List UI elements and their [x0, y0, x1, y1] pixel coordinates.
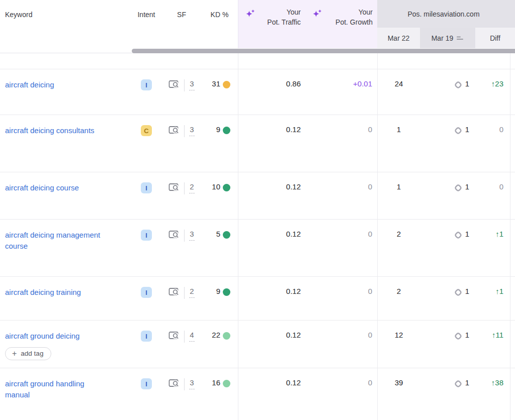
pot-traffic-value: 0.12	[286, 287, 301, 295]
sf-count[interactable]: 3	[189, 125, 194, 136]
column-header-sf[interactable]: SF	[162, 0, 201, 48]
pos-mar22-cell: 2	[377, 220, 420, 276]
pot-traffic-value: 0.86	[286, 79, 301, 88]
add-tag-button[interactable]: + add tag	[5, 347, 51, 360]
pos-mar19-value: 1	[465, 79, 469, 115]
keyword-link[interactable]: aircraft ground deicing	[5, 331, 79, 342]
table-row: aircraft deicing course I 2 10	[0, 172, 515, 220]
keyword-link[interactable]: aircraft deicing management course	[5, 230, 105, 252]
table-row: aircraft ground deicing + add tag I	[0, 321, 515, 368]
kd-value: 31	[212, 79, 220, 115]
column-header-pot-traffic[interactable]: Your Pot. Traffic	[238, 0, 308, 48]
intent-badge: I	[141, 182, 152, 193]
keyword-cell: aircraft deicing management course	[0, 220, 131, 276]
local-pack-feature-icon	[453, 287, 463, 320]
pos-mar22-cell: 12	[377, 321, 420, 368]
local-pack-feature-icon	[453, 80, 463, 115]
local-pack-feature-icon	[453, 379, 463, 420]
pos-mar19-value: 1	[465, 287, 469, 320]
add-tag-label: add tag	[21, 350, 43, 357]
divider	[184, 230, 185, 242]
pos-mar22-cell: 24	[377, 69, 420, 115]
kd-cell: 31	[201, 69, 238, 115]
kd-cell: 10	[201, 172, 238, 219]
serp-features-cell[interactable]: 3	[162, 69, 201, 115]
pot-traffic-cell: 0.12	[238, 277, 308, 320]
kd-cell: 22	[201, 321, 238, 368]
serp-features-cell[interactable]: 3	[162, 115, 201, 172]
pos-mar19-value: 1	[465, 182, 469, 219]
divider	[184, 331, 185, 343]
intent-cell: I	[131, 220, 162, 276]
column-header-keyword[interactable]: Keyword	[0, 0, 131, 48]
sf-count[interactable]: 4	[189, 331, 194, 342]
column-header-intent[interactable]: Intent	[131, 0, 162, 48]
intent-badge: C	[141, 125, 152, 136]
pos-mar19-cell: 1	[420, 172, 475, 219]
serp-features-cell[interactable]: 3	[162, 368, 201, 420]
kd-cell: 9	[201, 277, 238, 320]
column-header-mar19[interactable]: Mar 19	[420, 28, 475, 48]
local-pack-feature-icon	[453, 183, 463, 219]
sf-count[interactable]: 3	[189, 378, 194, 389]
pot-traffic-value: 0.12	[286, 125, 301, 134]
next-column-edge	[510, 69, 515, 115]
serp-features-cell[interactable]: 2	[162, 277, 201, 320]
pos-mar22-cell: 2	[377, 277, 420, 320]
pos-mar19-cell: 1	[420, 69, 475, 115]
kd-cell: 9	[201, 115, 238, 172]
column-header-kd[interactable]: KD %	[201, 0, 238, 48]
keyword-link[interactable]: aircraft ground handling manual	[5, 378, 105, 400]
sf-count[interactable]: 2	[189, 182, 194, 193]
pot-growth-value: +0.01	[353, 79, 372, 88]
pos-mar19-cell: 1	[420, 220, 475, 276]
diff-cell: ↑11	[475, 321, 510, 368]
horizontal-scrollbar[interactable]	[0, 48, 515, 53]
column-header-pot-growth[interactable]: Your Pot. Growth	[308, 0, 377, 48]
serp-features-cell[interactable]: 2	[162, 172, 201, 219]
sf-count[interactable]: 3	[189, 79, 194, 90]
intent-cell: I	[131, 69, 162, 115]
serp-features-cell[interactable]: 4	[162, 321, 201, 368]
pos-mar22-value: 24	[395, 79, 403, 88]
serp-features-icon	[168, 80, 180, 91]
kd-difficulty-dot	[223, 288, 230, 296]
column-header-diff[interactable]: Diff	[475, 28, 515, 48]
table-row: aircraft ground handling manual I 3	[0, 368, 515, 420]
diff-value: 0	[499, 125, 503, 134]
keyword-link[interactable]: aircraft deicing course	[5, 182, 79, 193]
pot-traffic-cell: 0.86	[238, 69, 308, 115]
pot-growth-value: 0	[368, 182, 372, 191]
pot-growth-cell: 0	[308, 321, 377, 368]
pot-growth-value: 0	[368, 378, 372, 387]
pot-growth-cell: 0	[308, 220, 377, 276]
sf-count[interactable]: 3	[189, 230, 194, 241]
column-header-mar22[interactable]: Mar 22	[377, 28, 420, 48]
diff-cell: 0	[475, 172, 510, 219]
serp-features-icon	[168, 331, 180, 342]
table-body: aircraft deicing I 3 31	[0, 69, 515, 420]
sf-count[interactable]: 2	[189, 287, 194, 298]
pot-traffic-cell: 0.12	[238, 115, 308, 172]
kd-difficulty-dot	[223, 184, 230, 191]
divider	[184, 378, 185, 390]
horizontal-scrollbar-thumb[interactable]	[132, 49, 515, 53]
serp-features-cell[interactable]: 3	[162, 220, 201, 276]
pot-growth-value: 0	[368, 230, 372, 238]
intent-badge: I	[141, 230, 152, 241]
pot-traffic-value: 0.12	[286, 378, 301, 387]
pot-traffic-value: 0.12	[286, 331, 301, 339]
serp-features-icon	[168, 126, 180, 137]
keyword-link[interactable]: aircraft deicing consultants	[5, 125, 95, 136]
diff-value: ↑38	[491, 378, 503, 387]
keyword-cell: aircraft deicing training	[0, 277, 131, 320]
diff-value: 0	[499, 182, 503, 191]
pot-growth-cell: 0	[308, 172, 377, 219]
local-pack-feature-icon	[453, 331, 463, 368]
keyword-link[interactable]: aircraft deicing	[5, 79, 54, 90]
pos-mar19-cell: 1	[420, 115, 475, 172]
keyword-link[interactable]: aircraft deicing training	[5, 287, 81, 298]
keyword-cell: aircraft ground handling manual	[0, 368, 131, 420]
pot-growth-value: 0	[368, 331, 372, 339]
pos-mar22-value: 39	[395, 378, 403, 387]
